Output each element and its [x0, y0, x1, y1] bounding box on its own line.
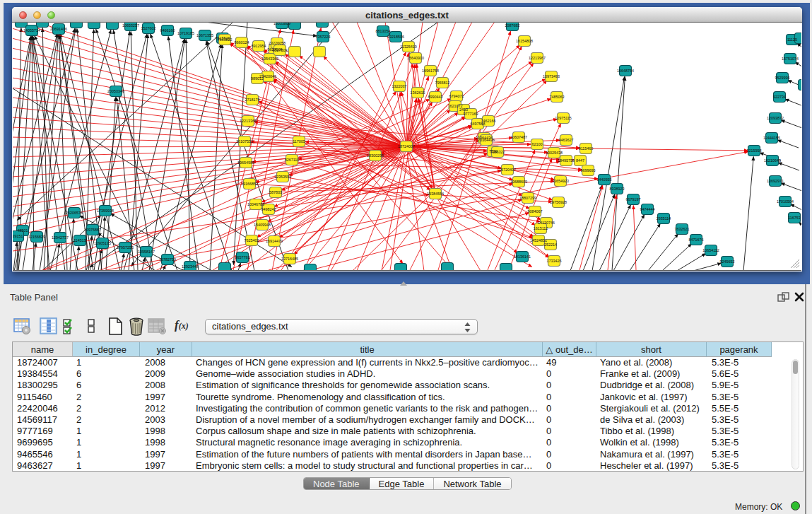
svg-text:16210643: 16210643 [764, 158, 781, 163]
svg-text:15751074: 15751074 [782, 57, 799, 61]
svg-text:9699695: 9699695 [581, 168, 596, 173]
svg-text:7485063: 7485063 [550, 95, 565, 99]
svg-text:19654985: 19654985 [237, 160, 254, 165]
svg-text:12923448: 12923448 [182, 264, 199, 269]
svg-text:26206576: 26206576 [66, 211, 83, 215]
svg-text:9827509: 9827509 [273, 48, 288, 52]
svg-text:15640910: 15640910 [407, 56, 424, 60]
svg-text:18300295: 18300295 [367, 153, 384, 158]
svg-text:17359938: 17359938 [97, 209, 114, 213]
svg-text:16107552: 16107552 [236, 139, 253, 144]
svg-text:8471676: 8471676 [689, 238, 704, 242]
svg-text:12213369: 12213369 [240, 119, 257, 123]
svg-text:12905135: 12905135 [94, 241, 111, 245]
svg-text:19218506: 19218506 [387, 35, 404, 39]
svg-text:13654923: 13654923 [552, 179, 569, 183]
svg-text:7625402: 7625402 [245, 238, 259, 243]
svg-text:15409948: 15409948 [254, 223, 271, 227]
svg-text:116753: 116753 [788, 216, 801, 220]
svg-text:11125: 11125 [787, 37, 797, 42]
svg-text:9657791: 9657791 [235, 255, 250, 259]
svg-text:10025438: 10025438 [546, 151, 563, 155]
svg-text:15720407: 15720407 [499, 168, 516, 172]
svg-text:18807299: 18807299 [519, 196, 536, 200]
svg-text:252214: 252214 [544, 243, 557, 247]
svg-text:1362615: 1362615 [411, 90, 425, 95]
svg-text:18724007: 18724007 [398, 144, 415, 148]
svg-text:7632621: 7632621 [675, 227, 690, 231]
svg-text:8912954: 8912954 [252, 44, 266, 48]
svg-text:1322037: 1322037 [392, 84, 407, 88]
svg-text:12156829: 12156829 [28, 235, 45, 239]
svg-text:12353594: 12353594 [274, 175, 291, 179]
svg-text:13716485: 13716485 [281, 257, 298, 261]
svg-text:9498242: 9498242 [261, 207, 276, 211]
svg-text:14055714: 14055714 [23, 28, 40, 33]
svg-text:7462166: 7462166 [481, 119, 496, 123]
svg-text:19384554: 19384554 [427, 192, 444, 196]
svg-text:10719185: 10719185 [177, 31, 194, 35]
svg-text:48501: 48501 [18, 228, 28, 233]
svg-text:14136141: 14136141 [514, 255, 531, 259]
svg-text:10543362: 10543362 [261, 57, 278, 61]
svg-text:10958147: 10958147 [138, 250, 155, 254]
svg-text:18495758: 18495758 [558, 158, 575, 163]
svg-text:16914479: 16914479 [266, 239, 283, 243]
svg-text:9245652: 9245652 [720, 259, 735, 264]
svg-text:6794072: 6794072 [449, 94, 464, 98]
svg-text:1733426: 1733426 [547, 259, 562, 263]
svg-text:9084067: 9084067 [528, 209, 543, 214]
svg-text:10688609: 10688609 [510, 180, 527, 184]
svg-text:989012: 989012 [251, 76, 264, 81]
svg-text:20053346: 20053346 [107, 89, 124, 93]
svg-text:16961758: 16961758 [422, 69, 439, 73]
svg-text:10607487: 10607487 [510, 135, 527, 139]
svg-text:7386322: 7386322 [490, 150, 505, 154]
svg-text:9115460: 9115460 [579, 146, 594, 151]
svg-text:2087682: 2087682 [505, 23, 520, 28]
svg-text:12213967: 12213967 [529, 56, 546, 60]
svg-text:8267110: 8267110 [285, 158, 300, 162]
svg-text:8447: 8447 [576, 158, 584, 163]
svg-text:20691406: 20691406 [50, 27, 67, 31]
svg-text:2718176: 2718176 [245, 98, 260, 102]
svg-text:9529996: 9529996 [775, 76, 790, 80]
svg-text:9474444: 9474444 [640, 207, 655, 211]
svg-text:10654112: 10654112 [702, 248, 719, 252]
svg-text:17010504: 17010504 [777, 199, 794, 204]
svg-text:7663822: 7663822 [218, 37, 233, 42]
svg-text:587833: 587833 [269, 190, 282, 194]
svg-text:8938923: 8938923 [610, 187, 625, 191]
svg-text:16648754: 16648754 [617, 69, 634, 73]
svg-text:10973493: 10973493 [543, 74, 560, 78]
svg-text:13692971: 13692971 [767, 179, 784, 183]
svg-text:10671355: 10671355 [196, 33, 213, 37]
svg-text:922734: 922734 [773, 95, 786, 99]
svg-text:7357224: 7357224 [316, 35, 331, 39]
svg-text:7955812: 7955812 [435, 81, 450, 85]
svg-text:9463627: 9463627 [559, 138, 574, 142]
svg-text:16033809: 16033809 [273, 23, 290, 25]
svg-text:11325419: 11325419 [400, 45, 417, 49]
svg-text:6466160: 6466160 [160, 28, 175, 33]
svg-text:12444155: 12444155 [763, 136, 780, 140]
svg-text:16782759: 16782759 [159, 257, 176, 262]
svg-text:8813054: 8813054 [376, 29, 391, 33]
svg-text:39151: 39151 [13, 234, 23, 238]
svg-text:16154808: 16154808 [516, 39, 533, 43]
svg-text:23226058: 23226058 [269, 41, 286, 45]
svg-text:1527602: 1527602 [141, 26, 156, 30]
svg-text:19756928: 19756928 [550, 200, 567, 204]
svg-text:19166852: 19166852 [241, 182, 258, 186]
svg-text:9777169: 9777169 [464, 112, 478, 116]
svg-text:12975115: 12975115 [555, 116, 572, 120]
svg-text:20364436: 20364436 [478, 138, 495, 142]
svg-text:114513: 114513 [73, 238, 86, 243]
svg-text:10653257: 10653257 [122, 23, 139, 28]
svg-text:10046788: 10046788 [247, 202, 264, 206]
svg-text:8660124: 8660124 [235, 40, 249, 45]
svg-text:117005: 117005 [293, 139, 305, 144]
svg-text:17957253: 17957253 [117, 245, 134, 250]
svg-text:8990443: 8990443 [428, 95, 443, 99]
svg-text:12093872: 12093872 [767, 116, 784, 120]
